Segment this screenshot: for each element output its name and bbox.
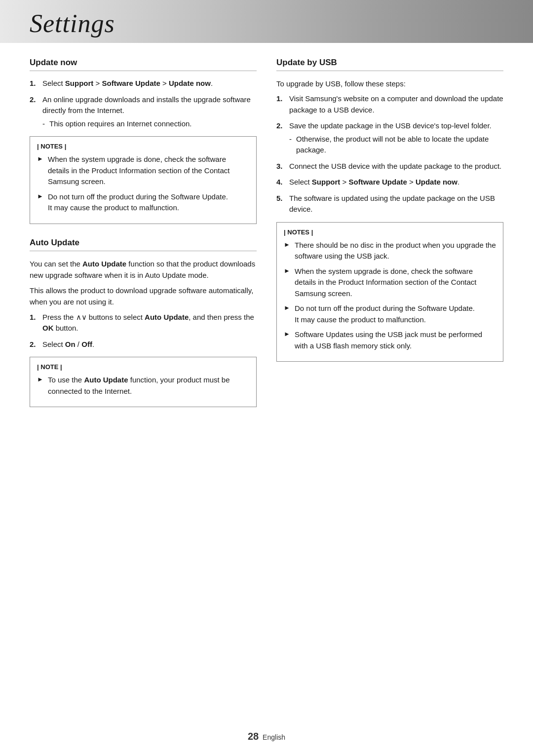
note-item: ► When the system upgrade is done, check… <box>37 154 249 188</box>
note-item: ► Do not turn off the product during the… <box>37 191 249 214</box>
update-by-usb-title: Update by USB <box>276 58 503 71</box>
usb-note-item: ► When the system upgrade is done, check… <box>284 266 496 300</box>
update-now-title: Update now <box>30 58 257 71</box>
usb-note-item: ► Do not turn off the product during the… <box>284 303 496 325</box>
auto-update-para1: You can set the Auto Update function so … <box>30 258 257 281</box>
update-now-step-1: 1. Select Support > Software Update > Up… <box>30 78 257 89</box>
auto-update-title: Auto Update <box>30 238 257 251</box>
update-now-notes: | NOTES | ► When the system upgrade is d… <box>30 136 257 224</box>
update-by-usb-steps: 1. Visit Samsung's website on a computer… <box>276 93 503 215</box>
auto-update-note: | NOTE | ► To use the Auto Update functi… <box>30 357 257 407</box>
auto-update-para2: This allows the product to download upgr… <box>30 285 257 308</box>
auto-update-steps: 1. Press the ∧∨ buttons to select Auto U… <box>30 312 257 350</box>
auto-update-step-1: 1. Press the ∧∨ buttons to select Auto U… <box>30 312 257 334</box>
page-footer: 28 English <box>0 731 533 742</box>
right-column: Update by USB To upgrade by USB, follow … <box>276 58 503 421</box>
left-column: Update now 1. Select Support > Software … <box>30 58 257 421</box>
usb-step-3: 3. Connect the USB device with the updat… <box>276 161 503 172</box>
usb-note-item: ► Software Updates using the USB jack mu… <box>284 329 496 351</box>
update-now-steps: 1. Select Support > Software Update > Up… <box>30 78 257 129</box>
section-update-by-usb: Update by USB To upgrade by USB, follow … <box>276 58 503 362</box>
footer-lang: English <box>263 733 285 741</box>
page-title: Settings <box>30 9 503 38</box>
usb-step-4: 4. Select Support > Software Update > Up… <box>276 177 503 188</box>
update-by-usb-intro: To upgrade by USB, follow these steps: <box>276 78 503 89</box>
note-item: ► To use the Auto Update function, your … <box>37 375 249 397</box>
usb-step-5: 5. The software is updated using the upd… <box>276 193 503 215</box>
usb-note-item: ► There should be no disc in the product… <box>284 240 496 262</box>
update-now-step-2: 2. An online upgrade downloads and insta… <box>30 94 257 130</box>
usb-step-2: 2. Save the update package in the USB de… <box>276 120 503 156</box>
section-update-now: Update now 1. Select Support > Software … <box>30 58 257 224</box>
usb-notes: | NOTES | ► There should be no disc in t… <box>276 222 503 362</box>
usb-step-1: 1. Visit Samsung's website on a computer… <box>276 93 503 115</box>
page-number: 28 <box>248 731 259 742</box>
section-auto-update: Auto Update You can set the Auto Update … <box>30 238 257 408</box>
page-header: Settings <box>0 0 533 43</box>
auto-update-step-2: 2. Select On / Off. <box>30 339 257 350</box>
